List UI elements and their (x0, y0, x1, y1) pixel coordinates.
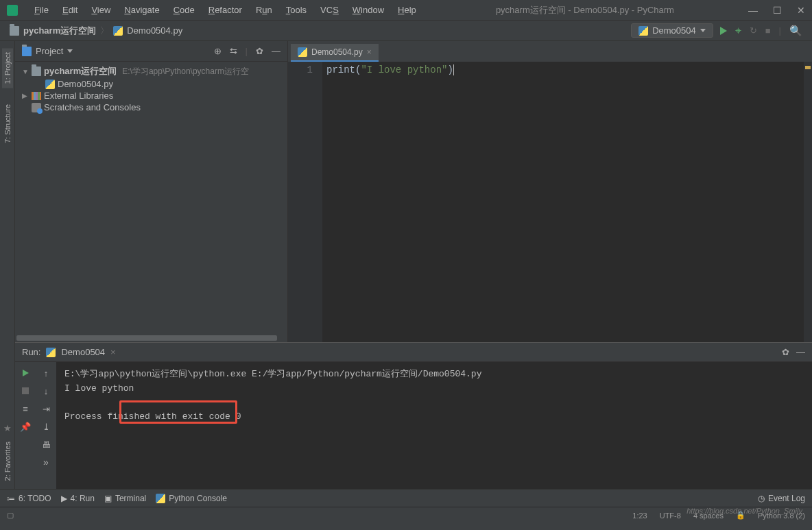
menu-navigate[interactable]: Navigate (119, 3, 165, 16)
stop-button[interactable]: ■ (765, 25, 771, 36)
search-button[interactable]: 🔍 (789, 25, 802, 37)
bottom-terminal[interactable]: ▣Terminal (104, 494, 146, 503)
python-icon (638, 26, 648, 36)
watermark: https://blog.csdn.net/Python_Smily (686, 507, 802, 515)
menu-refactor[interactable]: Refactor (203, 3, 248, 16)
tree-external[interactable]: ▶ External Libraries (15, 90, 287, 101)
terminal-icon: ▣ (104, 494, 112, 503)
folder-icon (22, 47, 32, 56)
separator: | (246, 46, 248, 56)
sidebar-tab-project[interactable]: 1: Project (2, 48, 13, 88)
sidebar-tab-favorites[interactable]: 2: Favorites (2, 437, 13, 485)
menu-edit[interactable]: Edit (57, 3, 83, 16)
debug-button[interactable]: ⌖ (735, 25, 741, 37)
tree-file-name: Demo0504.py (58, 79, 113, 89)
event-log[interactable]: ◷Event Log (758, 494, 805, 503)
pin-icon[interactable]: 📌 (20, 421, 31, 432)
print-icon[interactable]: 🖶 (40, 439, 51, 450)
python-icon (113, 26, 123, 36)
tree-file[interactable]: Demo0504.py (15, 78, 287, 90)
app-icon (7, 5, 18, 16)
menu-vcs[interactable]: VCS (315, 3, 344, 16)
python-icon (156, 494, 165, 503)
caret-position[interactable]: 1:23 (632, 511, 647, 520)
project-tree: ▼ pycharm运行空间 E:\学习app\Python\pycharm运行空… (15, 62, 287, 334)
python-icon (45, 80, 55, 89)
bottom-run[interactable]: ▶4: Run (61, 494, 95, 503)
folder-icon (10, 26, 19, 36)
gear-icon[interactable]: ✿ (782, 347, 789, 357)
stop-button[interactable] (20, 385, 31, 396)
chevron-down-icon[interactable] (67, 49, 73, 53)
run-button[interactable] (720, 27, 727, 35)
console-cmd: E:\学习app\python运行空间\python.exe E:/学习app/… (64, 368, 804, 382)
left-tool-strip-bottom: 2: Favorites ★ (0, 267, 15, 490)
title-bar: File Edit View Navigate Code Refactor Ru… (0, 0, 812, 21)
python-icon (298, 47, 307, 57)
tree-root-path: E:\学习app\Python\pycharm运行空 (122, 66, 249, 77)
breadcrumb-project[interactable]: pycharm运行空间 (23, 25, 96, 37)
coverage-button[interactable]: ↻ (750, 25, 757, 36)
window-controls: — ☐ ✕ (748, 5, 805, 16)
warning-marker[interactable] (805, 66, 811, 69)
code-line[interactable]: print("I love python") (326, 64, 808, 75)
code-editor[interactable]: 1 print("I love python") (288, 62, 812, 342)
run-label: Run: (22, 347, 40, 357)
menu-code[interactable]: Code (168, 3, 200, 16)
run-tool-window: Run: Demo0504 × ✿ — ≡ 📌 ↑ ↓ (15, 342, 812, 489)
bottom-todo[interactable]: ≔6: TODO (7, 494, 51, 503)
more-icon[interactable]: » (40, 457, 51, 468)
breadcrumb-file[interactable]: Demo0504.py (127, 25, 182, 36)
tree-scratches[interactable]: Scratches and Consoles (15, 101, 287, 113)
menu-run[interactable]: Run (250, 3, 278, 16)
menu-tools[interactable]: Tools (280, 3, 312, 16)
tree-scratches-label: Scratches and Consoles (44, 102, 141, 112)
locate-icon[interactable]: ⊕ (214, 46, 222, 56)
editor-tabs: Demo0504.py × (288, 41, 812, 62)
line-number: 1 (291, 64, 313, 75)
log-icon: ◷ (758, 494, 765, 503)
close-icon[interactable]: × (110, 347, 116, 357)
project-scrollbar[interactable] (15, 334, 287, 342)
rerun-button[interactable] (20, 368, 31, 378)
left-tool-strip: 1: Project 7: Structure (0, 41, 15, 267)
bottom-toolbar: ≔6: TODO ▶4: Run ▣Terminal Python Consol… (0, 489, 812, 507)
navigation-bar: pycharm运行空间 〉 Demo0504.py Demo0504 ⌖ ↻ ■… (0, 21, 812, 41)
up-icon[interactable]: ↑ (40, 368, 51, 378)
editor-tab[interactable]: Demo0504.py × (291, 44, 379, 62)
project-panel-title[interactable]: Project (36, 46, 63, 56)
gear-icon[interactable]: ✿ (256, 46, 263, 56)
down-icon[interactable]: ↓ (40, 385, 51, 396)
scratch-icon (32, 103, 41, 112)
separator: | (779, 25, 781, 36)
run-config-selector[interactable]: Demo0504 (631, 23, 713, 38)
collapse-icon[interactable]: ⇆ (230, 46, 237, 56)
hide-icon[interactable]: — (796, 347, 805, 357)
console-output[interactable]: E:\学习app\python运行空间\python.exe E:/学习app/… (56, 362, 812, 489)
tree-root-name: pycharm运行空间 (44, 65, 117, 77)
bottom-pyconsole[interactable]: Python Console (156, 494, 227, 503)
main-menu: File Edit View Navigate Code Refactor Ru… (29, 3, 422, 16)
menu-file[interactable]: File (29, 3, 54, 16)
menu-window[interactable]: Window (347, 3, 390, 16)
editor-area: Demo0504.py × 1 print("I love python") (288, 41, 812, 342)
run-toolbar-left2: ↑ ↓ ⇥ ⤓ 🖶 » (36, 362, 56, 489)
wrap-icon[interactable]: ⇥ (40, 403, 51, 414)
menu-help[interactable]: Help (392, 3, 422, 16)
star-icon: ★ (3, 423, 12, 433)
close-icon[interactable]: × (367, 47, 372, 57)
hide-icon[interactable]: — (272, 46, 280, 56)
run-tab-name[interactable]: Demo0504 (61, 347, 105, 357)
close-button[interactable]: ✕ (797, 5, 805, 16)
folder-icon (32, 67, 41, 76)
layout-icon[interactable]: ≡ (20, 403, 31, 414)
todo-icon: ≔ (7, 494, 15, 503)
scroll-icon[interactable]: ⤓ (40, 421, 51, 432)
minimize-button[interactable]: — (748, 5, 758, 16)
sidebar-tab-structure[interactable]: 7: Structure (2, 100, 13, 147)
menu-view[interactable]: View (86, 3, 116, 16)
tree-root[interactable]: ▼ pycharm运行空间 E:\学习app\Python\pycharm运行空 (15, 64, 287, 78)
maximize-button[interactable]: ☐ (773, 5, 782, 16)
status-icon[interactable]: ▢ (7, 511, 14, 520)
encoding[interactable]: UTF-8 (660, 511, 681, 520)
